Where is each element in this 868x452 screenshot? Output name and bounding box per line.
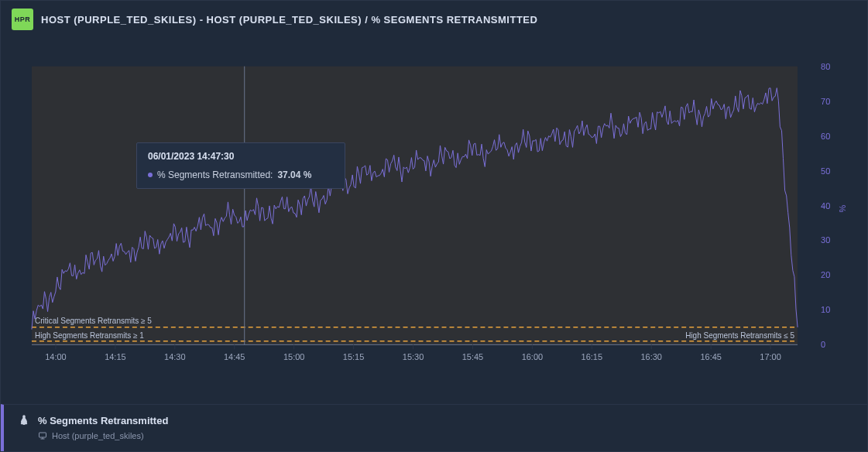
y-tick-label: 10	[821, 305, 830, 314]
x-tick: 16:30	[641, 344, 662, 361]
host-icon	[38, 431, 47, 440]
y-axis-label: %	[838, 204, 847, 212]
y-tick-label: 50	[821, 166, 830, 176]
svg-text:17:00: 17:00	[760, 352, 781, 361]
x-tick: 15:30	[403, 344, 424, 361]
source-badge: HPR	[12, 9, 33, 30]
y-tick-label: 70	[821, 97, 830, 106]
y-tick-label: 30	[821, 235, 830, 245]
svg-text:15:15: 15:15	[343, 352, 364, 361]
panel-footer: % Segments Retransmitted Host (purple_te…	[1, 404, 867, 451]
svg-text:16:45: 16:45	[700, 352, 721, 361]
svg-rect-26	[39, 433, 46, 437]
svg-text:14:15: 14:15	[105, 352, 125, 361]
y-tick-label: 60	[821, 132, 830, 141]
svg-text:14:00: 14:00	[45, 352, 66, 361]
x-tick: 14:00	[45, 344, 66, 361]
svg-text:15:45: 15:45	[462, 352, 483, 361]
x-tick: 14:15	[105, 344, 125, 361]
metric-panel: HPR HOST (PURPLE_TED_SKILES) - HOST (PUR…	[0, 0, 868, 452]
threshold-label-critical: Critical Segments Retransmits ≥ 5	[35, 317, 152, 325]
y-tick-label: 20	[821, 270, 830, 279]
panel-header: HPR HOST (PURPLE_TED_SKILES) - HOST (PUR…	[1, 1, 867, 38]
threshold-label-high-left: High Segments Retransmits ≥ 1	[35, 331, 144, 340]
y-tick-label: 80	[821, 62, 830, 71]
y-tick-label: 0	[821, 340, 825, 349]
svg-text:15:30: 15:30	[403, 352, 424, 361]
x-axis: 14:00 14:15 14:30 14:45 15:00 15:15 15:3…	[45, 344, 781, 361]
svg-text:14:45: 14:45	[224, 352, 245, 361]
x-tick: 16:00	[522, 344, 543, 361]
x-tick: 16:45	[700, 344, 721, 361]
svg-text:16:00: 16:00	[522, 352, 543, 361]
chart-area[interactable]: 0 10 20 30 40 50 60 70 80 % 14:00 14:15 …	[1, 38, 867, 404]
x-tick: 14:45	[224, 344, 245, 361]
svg-text:15:00: 15:00	[283, 352, 304, 361]
x-tick: 14:30	[164, 344, 185, 361]
x-tick: 15:45	[462, 344, 483, 361]
svg-text:16:15: 16:15	[582, 352, 602, 361]
footer-metric-name: % Segments Retransmitted	[38, 415, 168, 426]
x-tick: 16:15	[582, 344, 602, 361]
svg-text:16:30: 16:30	[641, 352, 662, 361]
line-chart[interactable]: 0 10 20 30 40 50 60 70 80 % 14:00 14:15 …	[16, 46, 852, 396]
linux-icon	[18, 414, 30, 426]
svg-text:14:30: 14:30	[164, 352, 185, 361]
y-axis: 0 10 20 30 40 50 60 70 80	[821, 62, 830, 350]
footer-host-name: Host (purple_ted_skiles)	[52, 431, 144, 440]
threshold-label-high-right: High Segments Retransmits ≤ 5	[685, 331, 794, 340]
x-tick: 15:00	[283, 344, 304, 361]
x-tick: 15:15	[343, 344, 364, 361]
panel-title: HOST (PURPLE_TED_SKILES) - HOST (PURPLE_…	[41, 14, 537, 26]
y-tick-label: 40	[821, 201, 830, 211]
x-tick: 17:00	[760, 344, 781, 361]
